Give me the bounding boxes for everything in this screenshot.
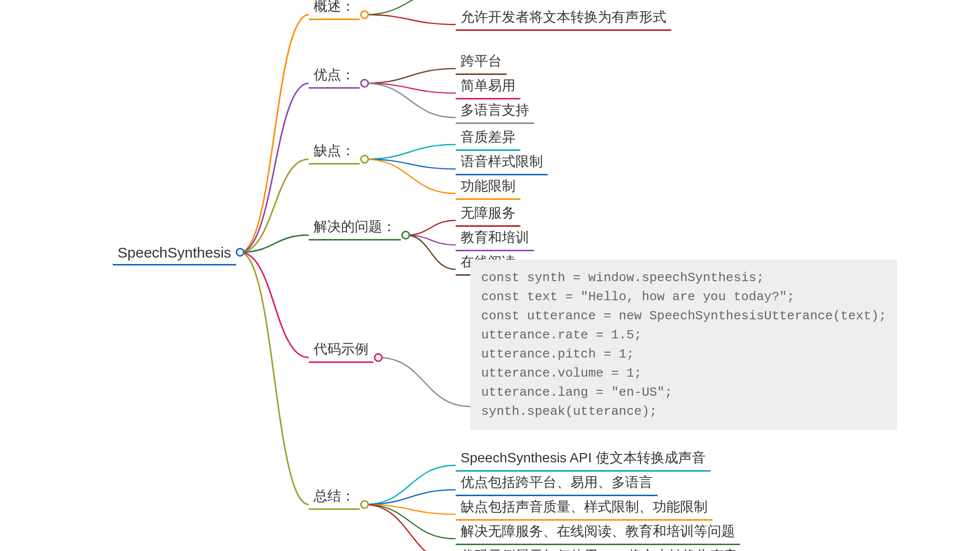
leaf-pros-0[interactable]: 跨平台 bbox=[456, 50, 507, 75]
branch-summary[interactable]: 总结： bbox=[309, 485, 360, 510]
leaf-cons-0[interactable]: 音质差异 bbox=[456, 126, 520, 151]
leaf-solves-0[interactable]: 无障服务 bbox=[456, 202, 520, 227]
code-example-box: const synth = window.speechSynthesis; co… bbox=[470, 260, 897, 430]
leaf-cons-1[interactable]: 语音样式限制 bbox=[456, 150, 548, 175]
branch-pros-joint[interactable] bbox=[360, 79, 369, 88]
mindmap-canvas: SpeechSynthesis概述：允许开发者将文本转换为有声形式优点：跨平台简… bbox=[0, 0, 980, 551]
branch-code[interactable]: 代码示例 bbox=[309, 338, 373, 363]
branch-cons[interactable]: 缺点： bbox=[309, 140, 360, 165]
branch-pros[interactable]: 优点： bbox=[309, 64, 360, 89]
leaf-overview-0[interactable]: 允许开发者将文本转换为有声形式 bbox=[456, 6, 671, 31]
leaf-summary-1[interactable]: 优点包括跨平台、易用、多语言 bbox=[456, 471, 658, 496]
branch-summary-joint[interactable] bbox=[360, 500, 369, 509]
leaf-pros-1[interactable]: 简单易用 bbox=[456, 74, 520, 99]
leaf-summary-3[interactable]: 解决无障服务、在线阅读、教育和培训等问题 bbox=[456, 520, 740, 545]
leaf-summary-4[interactable]: 代码示例展示如何使用 API 将文本转换为声音 bbox=[456, 545, 742, 551]
leaf-summary-0[interactable]: SpeechSynthesis API 使文本转换成声音 bbox=[456, 447, 710, 472]
branch-solves-joint[interactable] bbox=[401, 231, 410, 240]
leaf-pros-2[interactable]: 多语言支持 bbox=[456, 99, 534, 124]
root-joint[interactable] bbox=[236, 248, 245, 257]
branch-cons-joint[interactable] bbox=[360, 155, 369, 164]
leaf-summary-2[interactable]: 缺点包括声音质量、样式限制、功能限制 bbox=[456, 496, 712, 521]
branch-overview[interactable]: 概述： bbox=[309, 0, 360, 20]
branch-overview-joint[interactable] bbox=[360, 10, 369, 19]
root-node[interactable]: SpeechSynthesis bbox=[113, 242, 236, 265]
branch-code-joint[interactable] bbox=[374, 353, 383, 362]
branch-solves[interactable]: 解决的问题： bbox=[309, 216, 401, 240]
leaf-solves-1[interactable]: 教育和培训 bbox=[456, 226, 534, 251]
leaf-cons-2[interactable]: 功能限制 bbox=[456, 175, 520, 200]
